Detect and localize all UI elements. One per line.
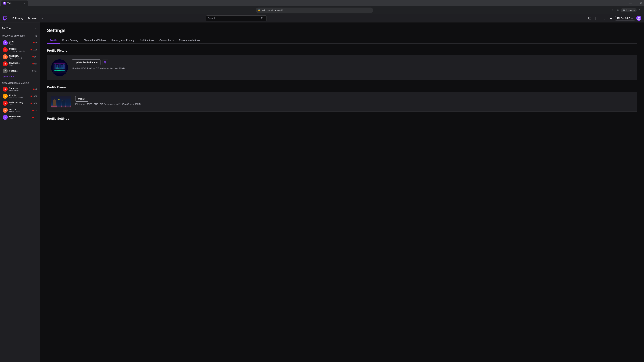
live-indicator-k3soju (30, 95, 32, 97)
browser-tab-bar: Twitch × + — ❐ ✕ (0, 0, 644, 6)
live-indicator-subroza (33, 88, 34, 90)
browse-nav-item[interactable]: Browse (26, 16, 38, 21)
svg-rect-26 (59, 99, 60, 100)
live-indicator-rayrachel (32, 63, 34, 64)
twitch-logo[interactable] (3, 16, 8, 21)
update-profile-picture-button[interactable]: Update Profile Picture (72, 59, 100, 65)
search-bar[interactable] (206, 15, 266, 21)
channel-item-rayrachel[interactable]: R RayRachel Music 633 (1, 60, 40, 67)
channel-name-k3soju: k3soju (9, 94, 29, 96)
channel-item-kuyanicwxc[interactable]: k kuyanicwxc Dota 2 177 (1, 114, 40, 121)
browser-chrome: Twitch × + — ❐ ✕ ← → ↻ 🔒 twitch.tv/setti… (0, 0, 644, 14)
update-banner-button[interactable]: Update (75, 96, 88, 102)
browser-navbar: ← → ↻ 🔒 twitch.tv/settings/profile ☆ ⊞ I… (0, 6, 644, 14)
channel-item-k3soju[interactable]: k k3soju Teamfight Tactics 18.3K (1, 93, 40, 100)
channel-name-vcm354: VCM354 (9, 70, 31, 72)
channel-viewers-k3soju: 18.3K (30, 95, 38, 97)
new-tab-button[interactable]: + (29, 1, 34, 5)
watchlist-button[interactable] (601, 15, 607, 21)
channel-item-w0n23[interactable]: w w0n23 Albion Online 973 (1, 107, 40, 114)
channel-info-vcm354: VCM354 (9, 70, 31, 72)
prime-button[interactable] (608, 15, 614, 21)
svg-rect-27 (58, 101, 59, 101)
svg-rect-17 (61, 65, 62, 69)
back-button[interactable]: ← (2, 8, 7, 12)
tab-favicon (3, 2, 6, 4)
channel-item-vcm354[interactable]: V VCM354 Offline (1, 67, 40, 74)
channel-name-caedrel: Caedrel (9, 48, 29, 50)
svg-rect-13 (54, 70, 66, 70)
security-lock-icon: 🔒 (258, 9, 260, 11)
channel-game-subroza: VALORANT (9, 89, 32, 91)
channel-name-rayrachel: RayRachel (9, 62, 31, 64)
tab-profile[interactable]: Profile (47, 37, 60, 43)
minimize-button[interactable]: — (629, 1, 633, 5)
messages-button[interactable] (594, 15, 600, 21)
tab-prime-gaming[interactable]: Prime Gaming (60, 37, 81, 43)
profile-banner-title: Profile Banner (47, 86, 637, 89)
live-indicator-w0n23 (32, 110, 34, 111)
tab-close-button[interactable]: × (24, 2, 26, 4)
channel-avatar-nuckleDu: N (3, 54, 8, 59)
channel-avatar-kuyanicwxc: k (3, 115, 8, 120)
live-indicator-nuckleDu (32, 56, 34, 57)
channel-name-yowe: yowe (9, 40, 32, 43)
address-bar[interactable]: 🔒 twitch.tv/settings/profile (256, 7, 373, 13)
extensions-button[interactable]: ⊞ (615, 8, 620, 12)
svg-point-21 (53, 99, 55, 101)
channel-item-nuckleDu[interactable]: N NuckleDu Street Fighter 6 204 (1, 53, 40, 60)
header-nav: Following Browse ••• (10, 15, 44, 21)
profile-banner-area: Update File format: JPEG, PNG, GIF (reco… (51, 96, 633, 107)
channel-avatar-yowe: y (3, 40, 8, 45)
svg-rect-12 (54, 63, 66, 64)
get-ad-free-button[interactable]: Get Ad-Free (615, 16, 635, 20)
channel-viewers-kuyanicwxc: 177 (32, 116, 38, 118)
show-more-button[interactable]: Show More (1, 74, 40, 79)
refresh-button[interactable]: ↻ (14, 8, 19, 12)
bookmark-button[interactable]: ☆ (610, 8, 615, 12)
banner-thumbnail (51, 96, 71, 107)
live-indicator-betboom (30, 103, 32, 104)
channel-avatar-vcm354: V (3, 68, 8, 73)
tab-security-and-privacy[interactable]: Security and Privacy (109, 37, 137, 43)
svg-rect-20 (53, 101, 56, 106)
channel-item-caedrel[interactable]: C Caedrel League of Legends 11.9K (1, 46, 40, 53)
inbox-button[interactable] (587, 15, 593, 21)
search-input[interactable] (208, 17, 258, 19)
tab-connections[interactable]: Connections (157, 37, 176, 43)
maximize-button[interactable]: ❐ (634, 1, 638, 5)
svg-rect-22 (57, 98, 61, 107)
channel-item-yowe[interactable]: y yowe Dota 2 1K (1, 39, 40, 46)
channel-info-betboom: betboom_eng Dota 2 (9, 101, 29, 106)
sidebar-sort-button[interactable]: ⇅ (34, 34, 38, 38)
pic-action-row: Update Profile Picture (72, 59, 125, 65)
browser-more-button[interactable]: ⋮ (637, 8, 642, 12)
sidebar-collapse-button[interactable]: ← (34, 26, 38, 30)
forward-button[interactable]: → (8, 8, 13, 12)
tab-notifications[interactable]: Notifications (137, 37, 157, 43)
live-indicator-yowe (33, 42, 34, 43)
close-window-button[interactable]: ✕ (639, 1, 643, 5)
svg-rect-28 (62, 100, 63, 101)
channel-item-betboom[interactable]: b betboom_eng Dota 2 10.5K (1, 100, 40, 107)
browser-tab-active[interactable]: Twitch × (1, 0, 28, 6)
tab-channel-and-videos[interactable]: Channel and Videos (81, 37, 109, 43)
incognito-button[interactable]: Incognito (621, 8, 636, 12)
channel-name-w0n23: w0n23 (9, 108, 31, 111)
twitch-body: For You ← FOLLOWED CHANNELS ⇅ y (0, 22, 644, 362)
search-button[interactable] (260, 16, 265, 21)
channel-item-subroza[interactable]: S Subroza VALORANT 4K (1, 86, 40, 93)
settings-tabs: Profile Prime Gaming Channel and Videos … (47, 37, 637, 43)
channel-game-w0n23: Albion Online (9, 111, 31, 113)
channel-name-betboom: betboom_eng (9, 101, 29, 104)
delete-profile-picture-button[interactable] (102, 59, 108, 65)
banner-hint: File format: JPEG, PNG, GIF (recommended… (75, 103, 141, 105)
channel-info-caedrel: Caedrel League of Legends (9, 48, 29, 52)
header-more-button[interactable]: ••• (39, 15, 44, 21)
following-nav-item[interactable]: Following (10, 16, 25, 21)
profile-settings-section: Profile Settings (47, 117, 637, 120)
tab-recommendations[interactable]: Recommendations (176, 37, 202, 43)
user-avatar[interactable] (636, 16, 641, 21)
live-indicator-kuyanicwxc (32, 117, 34, 118)
profile-pic-image: CITYWALK (51, 59, 68, 76)
